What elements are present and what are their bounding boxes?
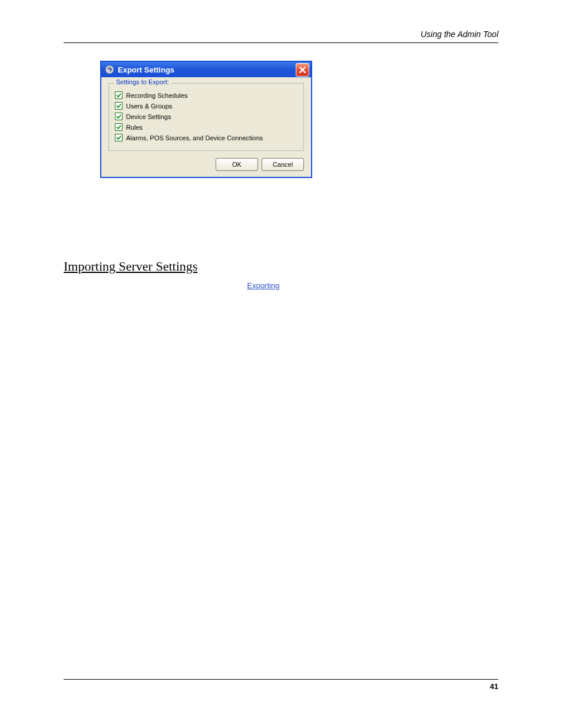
checkbox-row-users-groups[interactable]: Users & Groups — [115, 102, 297, 110]
checkbox-icon — [115, 91, 123, 99]
step-3: 3. Select the settings you want to expor… — [64, 206, 498, 218]
import-step-1: 1. In the Server Management Setup, selec… — [64, 340, 498, 349]
checkbox-label: Device Settings — [126, 113, 171, 120]
page-number: 41 — [64, 682, 498, 691]
section-note: Note: The .avs file must only contain se… — [64, 310, 498, 333]
dialog-titlebar: Export Settings — [101, 62, 311, 77]
app-icon — [105, 65, 114, 74]
step-4: 4. In the Save As dialog box, name and s… — [64, 224, 498, 236]
ok-button[interactable]: OK — [216, 158, 258, 171]
checkbox-label: Users & Groups — [126, 103, 172, 110]
export-settings-dialog: Export Settings Settings to Export: Reco… — [100, 61, 312, 178]
import-step-2: 2. Select Import Settings. — [64, 354, 498, 363]
settings-to-export-group: Settings to Export: Recording Schedules … — [108, 83, 304, 151]
checkbox-icon — [115, 134, 123, 141]
post-figure-steps: 3. Select the settings you want to expor… — [64, 206, 498, 235]
section-intro: Import and use settings that have been e… — [64, 280, 498, 303]
checkbox-label: Alarms, POS Sources, and Device Connecti… — [126, 134, 263, 141]
figure-caption: Figure 25: Export Server Settings — [100, 183, 310, 192]
close-button[interactable] — [296, 63, 309, 77]
intro-text-before: Import and use settings that have been e… — [64, 281, 247, 290]
checkbox-row-recording-schedules[interactable]: Recording Schedules — [115, 91, 297, 99]
checkbox-row-rules[interactable]: Rules — [115, 123, 297, 131]
import-step-4: 4. Select the settings you want to impor… — [64, 381, 498, 390]
group-legend: Settings to Export: — [114, 78, 171, 85]
checkbox-label: Rules — [126, 124, 143, 131]
dialog-title: Export Settings — [118, 65, 296, 74]
header-section-title: Using the Admin Tool — [64, 29, 498, 39]
import-step-3: 3. In the Select File to Import From dia… — [64, 367, 498, 376]
dialog-button-row: OK Cancel — [101, 154, 311, 177]
footer-rule — [64, 679, 498, 680]
exporting-link[interactable]: Exporting — [247, 281, 279, 290]
checkbox-row-device-settings[interactable]: Device Settings — [115, 113, 297, 120]
checkbox-icon — [115, 102, 123, 110]
section-heading-importing: Importing Server Settings — [64, 259, 498, 274]
checkbox-label: Recording Schedules — [126, 92, 188, 99]
checkbox-icon — [115, 113, 123, 120]
cancel-button[interactable]: Cancel — [262, 158, 304, 171]
import-steps: 1. In the Server Management Setup, selec… — [64, 340, 498, 390]
checkbox-row-alarms-pos-devices[interactable]: Alarms, POS Sources, and Device Connecti… — [115, 134, 297, 141]
header-rule — [64, 42, 498, 43]
checkbox-icon — [115, 123, 123, 131]
